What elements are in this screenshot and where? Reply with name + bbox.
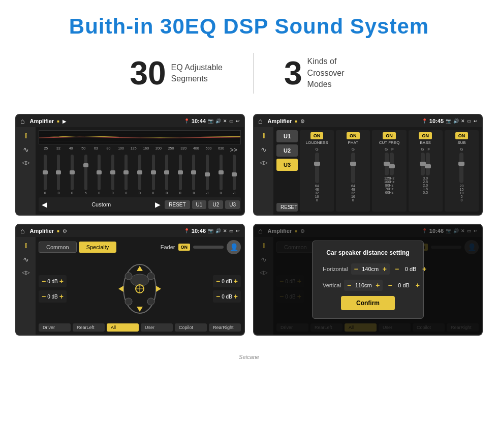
channel-u1[interactable]: U1 (276, 130, 298, 142)
slider-1[interactable]: 0 (39, 155, 52, 195)
slider-10[interactable]: 0 (160, 155, 173, 195)
tab-specialty-3[interactable]: Specialty (79, 242, 117, 253)
slider-4[interactable]: 5 (79, 155, 92, 195)
eq-prev-btn[interactable]: ◀ (40, 199, 49, 210)
vertical-db-minus[interactable]: − (388, 281, 392, 289)
rearright-btn-3[interactable]: RearRight (209, 323, 241, 332)
settings-icon-2[interactable]: ⚙ (300, 118, 305, 124)
reset-btn-2[interactable]: RESET (276, 203, 298, 212)
slider-14[interactable]: 0 (214, 155, 228, 195)
phat-toggle[interactable]: ON (347, 132, 360, 139)
freq-400: 400 (190, 146, 203, 154)
vertical-db-plus[interactable]: + (416, 281, 420, 289)
all-btn-3[interactable]: All (107, 323, 139, 332)
channel-u2[interactable]: U2 (276, 144, 298, 157)
rearleft-btn-3[interactable]: RearLeft (73, 323, 105, 332)
slider-8[interactable]: 0 (133, 155, 146, 195)
right-front-plus[interactable]: + (234, 277, 238, 285)
stat-crossover-number: 3 (284, 57, 302, 89)
copilot-btn-3[interactable]: Copilot (175, 323, 207, 332)
svg-marker-7 (137, 307, 143, 312)
sub-slider[interactable] (459, 153, 463, 183)
sub-toggle[interactable]: ON (455, 132, 469, 139)
left-front-plus[interactable]: + (59, 277, 64, 285)
eq-icon-3[interactable]: ⫿ (24, 241, 28, 249)
vertical-plus[interactable]: + (376, 281, 380, 289)
bass-g-slider[interactable] (421, 153, 425, 175)
slider-6[interactable]: 0 (106, 155, 119, 195)
slider-2[interactable]: 0 (52, 155, 66, 195)
u1-btn-1[interactable]: U1 (192, 200, 207, 209)
menu-icon-1[interactable]: ▭ (229, 118, 234, 124)
play-icon-1[interactable]: ▶ (63, 118, 67, 124)
freq-80: 80 (102, 146, 115, 154)
more-icon[interactable]: >> (227, 146, 240, 154)
eq-next-btn[interactable]: ▶ (153, 199, 163, 210)
slider-9[interactable]: 0 (147, 155, 160, 195)
horizontal-plus[interactable]: + (383, 265, 387, 273)
profile-icon-3[interactable]: 👤 (227, 240, 241, 254)
horizontal-minus[interactable]: − (354, 265, 358, 273)
slider-12[interactable]: 0 (188, 155, 201, 195)
tab-common-3[interactable]: Common (39, 242, 77, 253)
back-icon-2[interactable]: ↩ (474, 118, 478, 124)
slider-13[interactable]: -1 (201, 155, 214, 195)
freq-160: 160 (140, 146, 152, 154)
wave-icon-2[interactable]: ∿ (261, 145, 267, 154)
back-icon-3[interactable]: ↩ (236, 228, 240, 233)
status-icons-1: 📍 10:44 📷 🔊 ✕ ▭ ↩ (184, 118, 240, 124)
left-rear-minus[interactable]: − (42, 292, 46, 301)
confirm-button[interactable]: Confirm (341, 296, 395, 310)
loudness-toggle[interactable]: ON (310, 132, 324, 139)
fader-toggle-3[interactable]: ON (178, 244, 191, 251)
cutfreq-toggle[interactable]: ON (383, 132, 396, 139)
settings-icon-3[interactable]: ⚙ (63, 228, 67, 234)
fader-slider-3[interactable] (193, 246, 224, 249)
slider-15[interactable]: -1 (228, 155, 241, 195)
loudness-slider[interactable] (315, 153, 319, 183)
phat-slider[interactable] (351, 153, 355, 183)
horizontal-db-plus[interactable]: + (422, 265, 426, 273)
wave-icon-3[interactable]: ∿ (23, 255, 29, 263)
driver-btn-3[interactable]: Driver (39, 323, 71, 332)
dot-icon-1: ■ (57, 119, 59, 124)
right-front-minus[interactable]: − (216, 277, 220, 285)
vertical-minus[interactable]: − (347, 281, 351, 289)
menu-icon-3[interactable]: ▭ (229, 228, 234, 233)
u3-btn-1[interactable]: U3 (225, 200, 240, 209)
close-icon-1[interactable]: ✕ (223, 118, 227, 124)
freq-63: 63 (90, 146, 103, 154)
svg-point-16 (147, 298, 154, 305)
cutfreq-g-slider[interactable] (385, 153, 389, 175)
dialog-title: Car speaker distance setting (323, 249, 413, 256)
u2-btn-1[interactable]: U2 (208, 200, 223, 209)
close-icon-2[interactable]: ✕ (461, 118, 465, 124)
cutfreq-f-slider[interactable] (390, 153, 394, 175)
slider-7[interactable]: 0 (120, 155, 133, 195)
left-rear-plus[interactable]: + (59, 292, 64, 301)
volume-ctrl-icon-3[interactable]: ◁▷ (22, 270, 30, 275)
bass-f-slider[interactable] (426, 153, 430, 175)
home-icon-1[interactable]: ⌂ (20, 117, 24, 125)
wave-icon-1[interactable]: ∿ (23, 145, 29, 154)
home-icon-2[interactable]: ⌂ (258, 117, 262, 125)
left-front-minus[interactable]: − (42, 277, 46, 285)
horizontal-db-minus[interactable]: − (395, 265, 399, 273)
user-btn-3[interactable]: User (141, 323, 173, 332)
home-icon-3[interactable]: ⌂ (20, 227, 24, 235)
slider-5[interactable]: 0 (92, 155, 106, 195)
eq-icon-1[interactable]: ⫿ (24, 131, 28, 139)
volume-ctrl-icon-2[interactable]: ◁▷ (260, 160, 268, 165)
menu-icon-2[interactable]: ▭ (467, 118, 472, 124)
right-rear-minus[interactable]: − (216, 292, 220, 301)
reset-btn-1[interactable]: RESET (165, 200, 190, 209)
eq-icon-2[interactable]: ⫿ (262, 131, 266, 139)
channel-u3[interactable]: U3 (276, 159, 298, 171)
volume-ctrl-icon-1[interactable]: ◁▷ (22, 160, 30, 165)
slider-11[interactable]: 0 (174, 155, 187, 195)
bass-toggle[interactable]: ON (419, 132, 432, 139)
slider-3[interactable]: 0 (66, 155, 79, 195)
right-rear-plus[interactable]: + (234, 292, 238, 301)
close-icon-3[interactable]: ✕ (223, 228, 227, 233)
back-icon-1[interactable]: ↩ (236, 118, 240, 124)
